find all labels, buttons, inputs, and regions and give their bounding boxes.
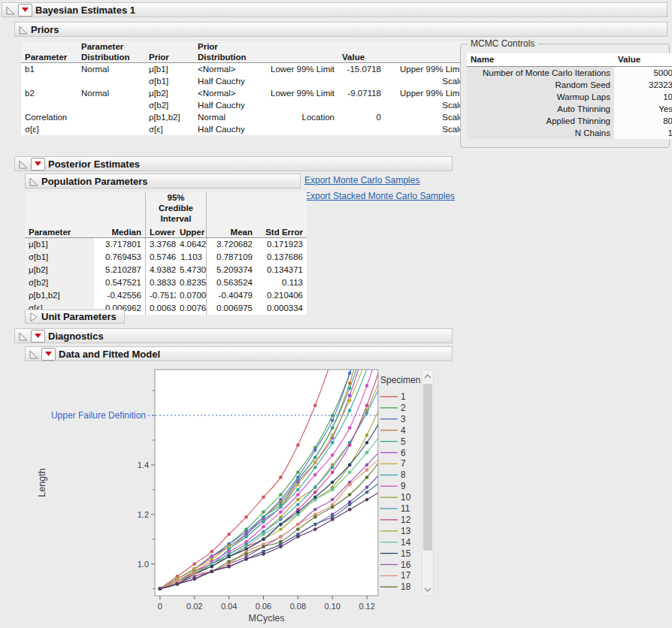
legend-item-specimen-18[interactable]: 18 (380, 581, 411, 592)
data-point-specimen-18 (331, 506, 334, 509)
mcmc-controls-table: NameValueNumber of Monte Carlo Iteration… (467, 53, 672, 139)
pop-cell: 0.113 (256, 276, 307, 289)
red-menu-button[interactable] (18, 4, 32, 17)
priors-cell: -9.07118 (338, 87, 385, 99)
outline-bar-data-and-fitted-model[interactable]: Data and Fitted Model (25, 346, 453, 361)
export-monte-carlo-link[interactable]: Export Monte Carlo Samples (304, 175, 419, 186)
priors-cell: b2 (21, 87, 77, 99)
outline-bar-priors[interactable]: Priors (14, 22, 667, 37)
data-point-specimen-14 (331, 488, 334, 492)
disclosure-open-icon[interactable] (29, 349, 38, 359)
disclosure-open-icon[interactable] (18, 331, 28, 341)
legend-item-specimen-13[interactable]: 13 (380, 526, 411, 536)
mcmc-value-cell: Yes (614, 103, 672, 115)
legend-item-label: 16 (401, 560, 411, 570)
x-tick-label: 0.04 (221, 602, 237, 611)
scroll-down-button[interactable] (422, 584, 433, 595)
x-tick-label: 0.12 (359, 602, 374, 611)
data-point-specimen-4 (348, 382, 352, 385)
legend-item-label: 6 (401, 448, 406, 458)
scrollbar-thumb[interactable] (423, 384, 432, 551)
data-point-specimen-18 (348, 493, 352, 497)
disclosure-open-icon[interactable] (29, 177, 38, 186)
legend-item-label: 14 (401, 537, 411, 548)
data-point-specimen-21 (296, 535, 300, 539)
disclosure-open-icon[interactable] (18, 159, 28, 169)
legend-item-specimen-2[interactable]: 2 (380, 403, 406, 413)
chevron-up-icon (424, 374, 431, 379)
data-point-specimen-21 (348, 508, 352, 512)
red-menu-button[interactable] (31, 330, 45, 343)
legend-item-specimen-14[interactable]: 14 (380, 537, 411, 548)
legend-item-specimen-8[interactable]: 8 (380, 469, 406, 480)
legend-item-specimen-12[interactable]: 12 (380, 515, 411, 525)
legend-scrollbar[interactable] (422, 370, 434, 596)
red-triangle-icon (34, 161, 42, 167)
priors-row: b1Normalμ[b1]<Normal>Lower 99% Limit-15.… (21, 63, 516, 76)
red-menu-button[interactable] (41, 348, 56, 361)
x-tick-label: 0.10 (325, 602, 341, 611)
priors-row: σ[b2]Half CauchyScale5.540924 (21, 99, 516, 111)
mcmc-row: Auto ThinningYes (467, 103, 672, 115)
data-point-specimen-7 (348, 399, 352, 403)
legend-item-specimen-5[interactable]: 5 (380, 436, 406, 447)
pop-cell: σ[b2] (25, 276, 94, 289)
disclosure-open-icon[interactable] (5, 5, 15, 15)
legend-item-label: 17 (401, 570, 411, 581)
outline-bar-bayesian-estimates[interactable]: Bayesian Estimates 1 (2, 2, 667, 17)
data-point-specimen-12 (331, 471, 334, 475)
data-point-specimen-15 (279, 523, 283, 527)
priors-row: σ[b1]Half CauchyScale7.294985 (21, 75, 516, 87)
plot-frame (155, 370, 378, 596)
data-point-specimen-2 (262, 510, 265, 514)
outline-bar-population-parameters[interactable]: Population Parameters (25, 174, 301, 189)
legend-item-specimen-7[interactable]: 7 (380, 458, 406, 469)
data-point-specimen-14 (262, 533, 265, 536)
priors-cell: σ[b2] (145, 99, 194, 111)
section-title: Data and Fitted Model (59, 349, 160, 360)
legend-item-specimen-6[interactable]: 6 (380, 448, 406, 458)
priors-cell: Scale (385, 123, 468, 135)
legend-item-specimen-1[interactable]: 1 (380, 391, 406, 402)
outline-bar-posterior-estimates[interactable]: Posterior Estimates (14, 156, 453, 171)
data-point-specimen-17 (279, 535, 283, 539)
data-and-fitted-model-plot: 1.01.21.400.020.040.060.080.100.12MCycle… (30, 365, 422, 628)
priors-cell: ρ[b1,b2] (145, 111, 194, 123)
data-point-specimen-8 (279, 506, 283, 509)
priors-cell: <Normal> (194, 87, 262, 99)
legend-item-specimen-17[interactable]: 17 (380, 570, 411, 581)
legend-item-specimen-4[interactable]: 4 (380, 425, 406, 436)
data-point-specimen-1 (227, 533, 231, 536)
data-point-specimen-18 (365, 476, 369, 479)
y-tick-label: 1.4 (138, 460, 149, 469)
legend-item-label: 1 (401, 391, 406, 402)
mcmc-header: Name (467, 53, 614, 67)
red-menu-button[interactable] (31, 158, 45, 171)
legend-item-specimen-16[interactable]: 16 (380, 560, 411, 570)
legend-item-specimen-11[interactable]: 11 (380, 503, 410, 514)
data-point-specimen-9 (348, 426, 352, 430)
scroll-up-button[interactable] (422, 370, 433, 382)
pop-cell: 0.006351 (146, 302, 177, 315)
legend-item-specimen-9[interactable]: 9 (380, 481, 406, 491)
mcmc-name-cell: Warmup Laps (467, 91, 614, 103)
legend-item-specimen-3[interactable]: 3 (380, 414, 406, 424)
pop-header: Upper (176, 224, 207, 238)
outline-bar-unit-parameters[interactable]: Unit Parameters (25, 309, 125, 324)
y-tick-label: 1.2 (138, 510, 149, 519)
legend-item-specimen-15[interactable]: 15 (380, 548, 411, 559)
export-stacked-monte-carlo-link[interactable]: Export Stacked Monte Carlo Samples (304, 191, 455, 201)
outline-bar-diagnostics[interactable]: Diagnostics (14, 328, 453, 343)
data-point-specimen-21 (159, 587, 162, 591)
pop-cell: ρ[b1,b2] (25, 289, 94, 302)
disclosure-closed-icon[interactable] (29, 312, 38, 322)
disclosure-open-icon[interactable] (18, 25, 28, 35)
priors-cell: σ[ε] (21, 123, 77, 135)
pop-cell: μ[b1] (25, 238, 94, 252)
legend-item-specimen-10[interactable]: 10 (380, 492, 411, 503)
priors-cell: μ[b2] (145, 87, 194, 99)
mcmc-row: Random Seed32323 (467, 79, 672, 91)
data-point-specimen-18 (227, 560, 231, 563)
priors-cell: μ[b1] (145, 63, 194, 76)
pop-cell: μ[b2] (25, 264, 94, 276)
